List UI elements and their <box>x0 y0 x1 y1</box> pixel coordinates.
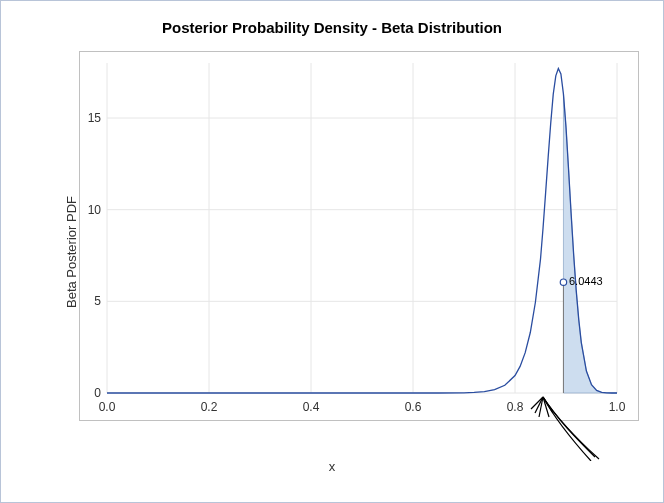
y-axis-label: Beta Posterior PDF <box>64 196 79 308</box>
y-tick-2: 10 <box>88 203 102 217</box>
chart-frame: Posterior Probability Density - Beta Dis… <box>0 0 664 503</box>
y-tick-1: 5 <box>94 294 101 308</box>
hand-arrow-icon <box>499 391 609 461</box>
x-tick-2: 0.4 <box>303 400 320 414</box>
gridlines <box>107 63 617 393</box>
annotation-marker <box>560 279 566 285</box>
annotation-label: 6.0443 <box>569 275 603 287</box>
y-tick-0: 0 <box>94 386 101 400</box>
y-tick-3: 15 <box>88 111 102 125</box>
plot-area: 0.0 0.2 0.4 0.6 0.8 1.0 0 5 10 15 6.0443 <box>79 51 639 421</box>
x-tick-1: 0.2 <box>201 400 218 414</box>
x-tick-5: 1.0 <box>609 400 626 414</box>
x-tick-3: 0.6 <box>405 400 422 414</box>
x-axis-label: x <box>1 459 663 474</box>
x-tick-0: 0.0 <box>99 400 116 414</box>
chart-title: Posterior Probability Density - Beta Dis… <box>1 19 663 36</box>
pdf-curve <box>107 69 617 394</box>
shaded-tail-region <box>563 94 617 393</box>
plot-svg: 0.0 0.2 0.4 0.6 0.8 1.0 0 5 10 15 6.0443 <box>79 51 639 421</box>
y-tick-labels: 0 5 10 15 <box>88 111 102 400</box>
